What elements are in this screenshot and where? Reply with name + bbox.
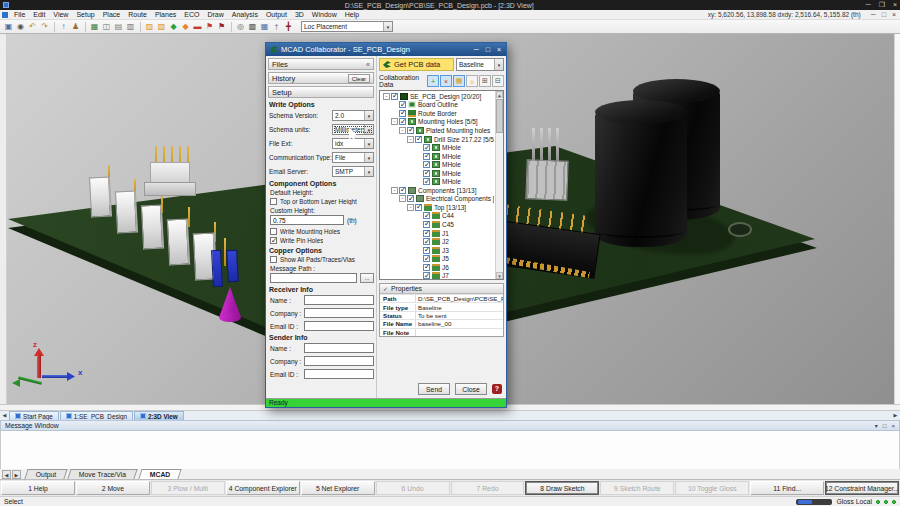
menu-draw[interactable]: Draw [203, 10, 227, 20]
help-icon[interactable]: ? [492, 384, 502, 394]
tree-checkbox[interactable] [423, 247, 430, 254]
undo-icon[interactable]: ↶ [27, 21, 38, 32]
tab-1-se-pcb-design[interactable]: 1:SE_PCB_Design [60, 411, 133, 420]
fkey-8-draw-sketch[interactable]: 8 Draw Sketch [525, 481, 599, 495]
tree-checkbox[interactable] [423, 221, 430, 228]
menu-edit[interactable]: Edit [29, 10, 49, 20]
tree-checkbox[interactable] [423, 144, 430, 151]
chevron-down-icon[interactable]: ▾ [383, 22, 392, 31]
tree-row[interactable]: -MHole [381, 143, 494, 152]
tree-checkbox[interactable] [407, 127, 414, 134]
tree-row[interactable]: -Drill Size 217.22 [5/5] [381, 135, 494, 144]
setup-section-header[interactable]: Setup [268, 86, 374, 98]
tree-checkbox[interactable] [399, 101, 406, 108]
chevron-down-icon[interactable]: ▾ [364, 167, 373, 176]
tree-checkbox[interactable] [415, 136, 422, 143]
mdi-minimize-icon[interactable]: ─ [871, 10, 876, 20]
expander-icon[interactable]: - [383, 93, 390, 100]
show-all-pads-checkbox[interactable] [270, 256, 277, 263]
panel-tab-move-trace-via[interactable]: Move Trace/Via [68, 469, 138, 479]
chevron-down-icon[interactable]: ▾ [364, 111, 373, 120]
layers-icon[interactable]: ▤ [113, 21, 124, 32]
panel-tabs-left-icon[interactable]: ◀ [2, 470, 11, 479]
tree-checkbox[interactable] [423, 178, 430, 185]
send-button[interactable]: Send [418, 383, 450, 395]
view-3d-icon[interactable]: ▩ [247, 21, 258, 32]
expander-icon[interactable]: - [407, 136, 414, 143]
schema-version-combo[interactable]: 2.0▾ [332, 110, 374, 121]
menu-analysis[interactable]: Analysis [228, 10, 262, 20]
tree-checkbox[interactable] [423, 230, 430, 237]
chevron-down-icon[interactable]: ▾ [364, 139, 373, 148]
properties-header[interactable]: ✓ Properties [380, 284, 503, 294]
save-icon[interactable]: ▣ [3, 21, 14, 32]
message-window-header[interactable]: Message Window ▾ □ × [0, 420, 900, 431]
show-modified-button[interactable]: ▦ [453, 75, 465, 87]
tree-row[interactable]: -MHole [381, 160, 494, 169]
tree-scrollbar[interactable]: ▲ ▼ [495, 91, 503, 279]
write-mounting-holes-checkbox[interactable] [270, 228, 277, 235]
top-bottom-height-checkbox-row[interactable]: Top or Bottom Layer Height [270, 198, 374, 205]
write-mounting-holes-checkbox-row[interactable]: Write Mounting Holes [270, 228, 374, 235]
expander-icon[interactable]: - [391, 187, 398, 194]
expand-all-button[interactable]: ⊞ [479, 75, 491, 87]
tree-checkbox[interactable] [423, 153, 430, 160]
panel-tab-output[interactable]: Output [24, 469, 68, 479]
tree-row[interactable]: -MHole [381, 169, 494, 178]
menu-view[interactable]: View [49, 10, 72, 20]
show-added-button[interactable]: + [427, 75, 439, 87]
measure-icon[interactable]: ▬ [192, 21, 203, 32]
scrollbar-thumb[interactable] [496, 99, 503, 133]
board-view-icon[interactable]: ▦ [259, 21, 270, 32]
browse-button[interactable]: ... [360, 273, 374, 283]
menu-output[interactable]: Output [262, 10, 291, 20]
zoom-icon[interactable]: ◎ [235, 21, 246, 32]
float-window-icon[interactable]: □ [883, 421, 887, 431]
clear-history-button[interactable]: Clear [348, 74, 370, 83]
write-pin-holes-checkbox-row[interactable]: Write Pin Holes [270, 237, 374, 244]
menu-setup[interactable]: Setup [72, 10, 98, 20]
tree-row[interactable]: -Electrical Components [13/13] [381, 195, 494, 204]
company-input[interactable] [304, 308, 374, 318]
show-removed-button[interactable]: × [440, 75, 452, 87]
collapse-chevrons-icon[interactable]: « [366, 61, 370, 68]
route-mode-icon[interactable]: ◆ [180, 21, 191, 32]
tree-row[interactable]: -J2 [381, 237, 494, 246]
tree-row[interactable]: -C44 [381, 212, 494, 221]
email-id-input[interactable] [304, 369, 374, 379]
dialog-close-icon[interactable]: × [497, 45, 501, 55]
highlight-button[interactable]: ☼ [466, 75, 478, 87]
menu-file[interactable]: File [10, 10, 29, 20]
tree-row[interactable]: -SE_PCB_Design [20/20] [381, 92, 494, 101]
close-icon[interactable]: × [893, 0, 897, 10]
flag-icon[interactable]: ⚑ [204, 21, 215, 32]
folder-open-icon[interactable]: ▨ [144, 21, 155, 32]
chevron-down-icon[interactable]: ▾ [364, 153, 373, 162]
window-menu-icon[interactable]: ▾ [875, 421, 878, 431]
menu-planes[interactable]: Planes [151, 10, 180, 20]
expander-icon[interactable]: - [399, 127, 406, 134]
redo-icon[interactable]: ↷ [39, 21, 50, 32]
write-pin-holes-checkbox[interactable] [270, 237, 277, 244]
name-input[interactable] [304, 343, 374, 353]
folder-new-icon[interactable]: ▧ [156, 21, 167, 32]
place-part-icon[interactable]: ◆ [168, 21, 179, 32]
flag-alt-icon[interactable]: ⚑ [216, 21, 227, 32]
menu-eco[interactable]: ECO [180, 10, 203, 20]
scroll-down-icon[interactable]: ▼ [496, 272, 503, 279]
expander-icon[interactable]: - [407, 204, 414, 211]
mdi-close-icon[interactable]: × [892, 10, 896, 20]
tree-row[interactable]: -J3 [381, 246, 494, 255]
communication-type-combo[interactable]: File▾ [332, 152, 374, 163]
collapse-all-button[interactable]: ⊟ [492, 75, 504, 87]
baseline-combo[interactable]: Baseline ▾ [456, 58, 504, 71]
tree-row[interactable]: -Components [13/13] [381, 186, 494, 195]
fkey-12-constraint-manager[interactable]: 12 Constraint Manager... [825, 481, 899, 495]
tree-row[interactable]: -J1 [381, 229, 494, 238]
top-bottom-height-checkbox[interactable] [270, 198, 277, 205]
tree-checkbox[interactable] [391, 93, 398, 100]
tree-row[interactable]: -Route Border [381, 109, 494, 118]
dialog-maximize-icon[interactable]: □ [486, 45, 490, 55]
tree-checkbox[interactable] [423, 212, 430, 219]
message-path-input[interactable] [270, 273, 357, 283]
